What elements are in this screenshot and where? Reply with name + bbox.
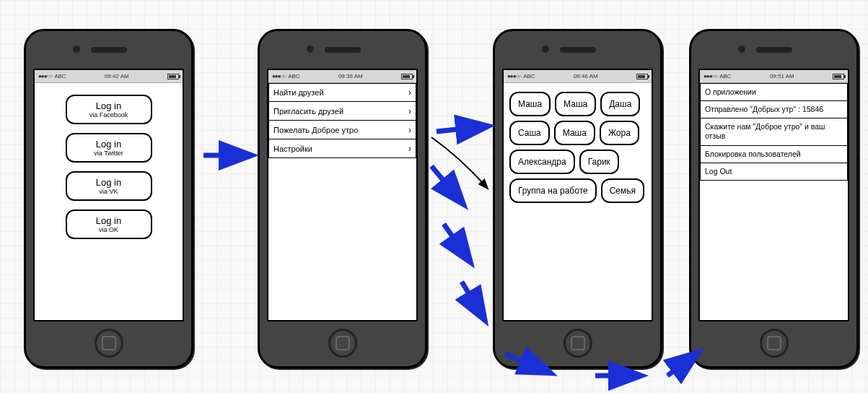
home-button[interactable] (328, 329, 357, 358)
screen-contacts: ●●●○○ ABC 09:46 AM Маша Маша Даша Саша М… (502, 69, 653, 321)
home-button[interactable] (95, 329, 123, 358)
settings-about[interactable]: О приложении (700, 83, 848, 101)
phone-camera (542, 46, 549, 53)
phone-menu: ●●●○○ ABC 09:38 AM Найти друзей › Пригла… (258, 29, 427, 368)
signal-icon: ●●●○○ (507, 73, 521, 79)
contact-chip[interactable]: Саша (509, 121, 550, 145)
screen-login: ●●●○○ ABC 09:42 AM Log in via Facebook L… (33, 69, 184, 321)
menu-label: Пригласить друзей (273, 107, 343, 116)
settings-sent-count[interactable]: Отправлено "Добрых утр" : 15846 (700, 101, 848, 118)
status-bar: ●●●○○ ABC 09:46 AM (504, 70, 652, 83)
clock: 09:42 AM (105, 73, 129, 79)
login-title: Log in (70, 100, 148, 111)
arrow-2-to-3 (437, 126, 486, 131)
phone-speaker (91, 47, 127, 53)
phone-speaker (560, 47, 596, 53)
login-sub: via Facebook (70, 111, 148, 118)
menu-item-settings[interactable]: Настройки › (268, 139, 416, 158)
clock: 09:51 AM (770, 73, 794, 79)
phone-camera (738, 46, 745, 53)
screen-settings: ●●●○○ ABC 09:51 AM О приложении Отправле… (698, 69, 849, 321)
carrier-label: ABC (719, 73, 731, 79)
arrow-curved (431, 137, 487, 188)
contact-chip-container: Маша Маша Даша Саша Маша Жора Александра… (508, 89, 647, 206)
phone-contacts: ●●●○○ ABC 09:46 AM Маша Маша Даша Саша М… (493, 29, 662, 368)
carrier-label: ABC (54, 73, 66, 79)
status-bar: ●●●○○ ABC 09:42 AM (35, 70, 183, 83)
arrow-cascade-2 (444, 224, 469, 260)
chevron-right-icon: › (408, 125, 411, 135)
signal-icon: ●●●○○ (703, 73, 717, 79)
contact-chip[interactable]: Александра (509, 150, 575, 174)
clock: 09:46 AM (574, 73, 598, 79)
phone-login: ●●●○○ ABC 09:42 AM Log in via Facebook L… (24, 29, 193, 368)
arrow-cascade-3 (462, 282, 483, 318)
login-sub: via VK (70, 188, 148, 195)
chevron-right-icon: › (408, 106, 411, 116)
home-button[interactable] (760, 329, 789, 358)
settings-logout[interactable]: Log Out (700, 163, 848, 181)
login-title: Log in (70, 139, 148, 150)
phone-speaker (756, 47, 792, 53)
login-ok-button[interactable]: Log in via OK (66, 210, 152, 239)
settings-feedback[interactable]: Скажите нам "Доброе утро" и ваш отзыв (700, 118, 848, 145)
menu-label: Пожелать Доброе утро (273, 126, 358, 134)
menu-item-find-friends[interactable]: Найти друзей › (268, 83, 416, 102)
signal-icon: ●●●○○ (272, 73, 286, 79)
menu-label: Настройки (273, 144, 312, 153)
battery-icon (167, 74, 179, 79)
phone-settings: ●●●○○ ABC 09:51 AM О приложении Отправле… (689, 29, 859, 368)
home-button[interactable] (564, 329, 592, 358)
phone-camera (307, 46, 314, 53)
contact-chip[interactable]: Даша (600, 92, 640, 116)
login-content: Log in via Facebook Log in via Twitter L… (35, 83, 183, 320)
battery-icon (636, 74, 648, 79)
chevron-right-icon: › (408, 87, 411, 98)
settings-content: О приложении Отправлено "Добрых утр" : 1… (700, 83, 848, 320)
contact-chip[interactable]: Маша (554, 121, 595, 145)
menu-content: Найти друзей › Пригласить друзей › Пожел… (268, 83, 416, 320)
login-vk-button[interactable]: Log in via VK (66, 171, 152, 201)
phone-camera (73, 46, 80, 53)
contact-chip[interactable]: Группа на работе (509, 178, 597, 203)
battery-icon (401, 74, 413, 79)
screen-menu: ●●●○○ ABC 09:38 AM Найти друзей › Пригла… (267, 69, 418, 321)
contact-chip[interactable]: Маша (509, 92, 551, 116)
login-facebook-button[interactable]: Log in via Facebook (66, 95, 152, 124)
menu-item-invite[interactable]: Пригласить друзей › (268, 102, 416, 121)
login-sub: via OK (70, 226, 148, 233)
arrow-cascade-1 (431, 166, 462, 202)
contact-chip[interactable]: Семья (601, 178, 644, 203)
battery-icon (833, 74, 844, 79)
chevron-right-icon: › (408, 144, 411, 154)
menu-label: Найти друзей (273, 88, 324, 97)
contact-chip[interactable]: Маша (555, 92, 596, 116)
status-bar: ●●●○○ ABC 09:51 AM (700, 70, 848, 83)
login-twitter-button[interactable]: Log in via Twitter (66, 133, 152, 163)
login-title: Log in (70, 215, 148, 226)
menu-item-wish[interactable]: Пожелать Доброе утро › (268, 121, 416, 139)
status-bar: ●●●○○ ABC 09:38 AM (268, 70, 416, 83)
contacts-content: Маша Маша Даша Саша Маша Жора Александра… (504, 83, 652, 320)
carrier-label: ABC (523, 73, 535, 79)
contact-chip[interactable]: Жора (600, 121, 639, 145)
phone-speaker (325, 47, 361, 53)
settings-block[interactable]: Блокировка пользователей (700, 146, 848, 163)
clock: 09:38 AM (338, 73, 363, 79)
signal-icon: ●●●○○ (38, 73, 52, 79)
contact-chip[interactable]: Гарик (579, 150, 619, 174)
login-title: Log in (70, 177, 148, 188)
carrier-label: ABC (288, 73, 299, 79)
login-sub: via Twitter (70, 150, 148, 157)
